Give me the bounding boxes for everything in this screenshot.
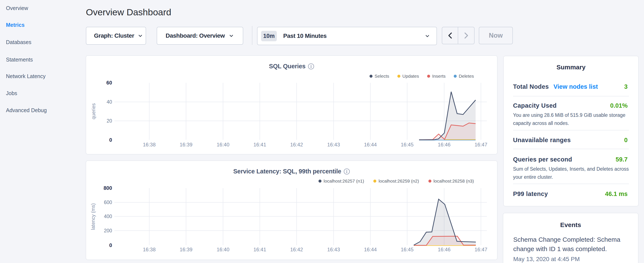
svg-text:800: 800 — [104, 185, 112, 191]
svg-text:16:42: 16:42 — [290, 247, 303, 252]
svg-text:queries: queries — [91, 103, 96, 119]
svg-text:16:47: 16:47 — [474, 142, 487, 147]
svg-text:20: 20 — [106, 118, 112, 124]
svg-text:16:45: 16:45 — [401, 142, 414, 147]
svg-text:16:41: 16:41 — [254, 142, 266, 147]
svg-text:16:39: 16:39 — [180, 142, 192, 147]
svg-text:16:46: 16:46 — [438, 142, 450, 147]
svg-text:16:41: 16:41 — [254, 247, 266, 252]
svg-text:0: 0 — [109, 137, 112, 143]
svg-text:16:44: 16:44 — [364, 247, 377, 252]
svg-text:16:43: 16:43 — [327, 142, 340, 147]
svg-text:60: 60 — [106, 80, 112, 86]
svg-text:16:42: 16:42 — [290, 142, 303, 147]
svg-text:0: 0 — [109, 242, 112, 248]
svg-text:600: 600 — [104, 200, 112, 205]
svg-text:16:40: 16:40 — [217, 142, 230, 147]
svg-text:16:44: 16:44 — [364, 142, 377, 147]
svg-text:16:46: 16:46 — [438, 247, 450, 252]
svg-text:16:43: 16:43 — [327, 247, 340, 252]
svg-text:400: 400 — [104, 214, 112, 219]
svg-text:16:38: 16:38 — [143, 247, 156, 252]
svg-text:latency (ms): latency (ms) — [90, 203, 96, 230]
svg-text:40: 40 — [106, 99, 112, 105]
svg-text:16:39: 16:39 — [180, 247, 192, 252]
svg-text:16:40: 16:40 — [217, 247, 230, 252]
svg-text:200: 200 — [104, 228, 112, 233]
svg-text:16:45: 16:45 — [401, 247, 414, 252]
svg-text:16:47: 16:47 — [474, 247, 487, 252]
svg-text:16:38: 16:38 — [143, 142, 156, 147]
